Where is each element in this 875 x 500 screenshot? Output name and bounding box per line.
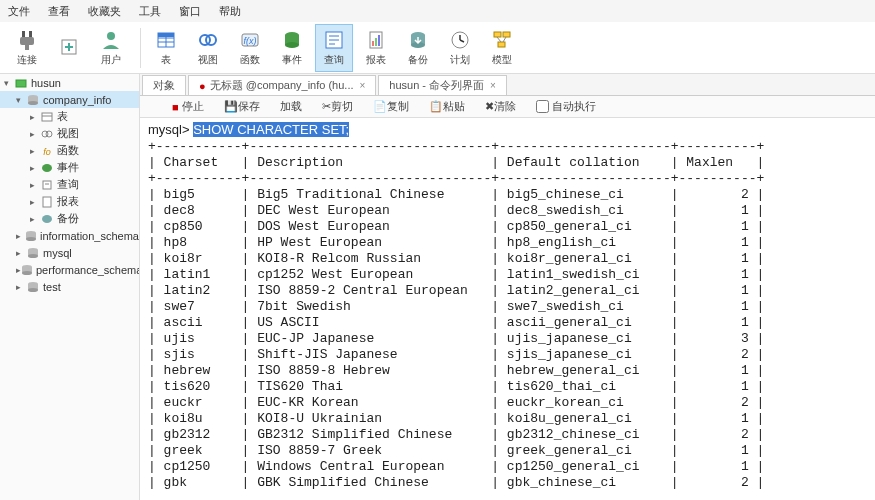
menu-窗口[interactable]: 窗口	[179, 4, 201, 19]
close-tab-icon[interactable]: ×	[490, 80, 496, 91]
sub-toolbar: ■停止 💾 保存 加载 ✂ 剪切 📄 复制 📋 粘贴 ✖ 清除 自动执行	[140, 96, 875, 118]
menu-工具[interactable]: 工具	[139, 4, 161, 19]
toolbar-model[interactable]: 模型	[483, 24, 521, 72]
svg-point-7	[107, 32, 115, 40]
svg-line-38	[503, 37, 506, 42]
tree-node-performance_schema[interactable]: ▸performance_schema	[0, 261, 139, 278]
query-icon	[323, 29, 345, 51]
tree-node-表[interactable]: ▸表	[0, 108, 139, 125]
tree-node-报表[interactable]: ▸报表	[0, 193, 139, 210]
model-icon	[491, 29, 513, 51]
expand-arrow[interactable]: ▸	[30, 129, 40, 139]
hamburger-icon[interactable]	[146, 100, 162, 114]
tree-node-事件[interactable]: ▸事件	[0, 159, 139, 176]
toolbar-plug[interactable]: 连接	[8, 24, 46, 72]
expand-arrow[interactable]: ▸	[30, 163, 40, 173]
schema-icon	[26, 93, 40, 107]
svg-rect-51	[43, 197, 51, 207]
tree-node-查询[interactable]: ▸查询	[0, 176, 139, 193]
close-tab-icon[interactable]: ×	[360, 80, 366, 91]
tree-node-视图[interactable]: ▸视图	[0, 125, 139, 142]
svg-line-37	[497, 37, 501, 42]
expand-arrow[interactable]: ▾	[4, 78, 14, 88]
tree-node-函数[interactable]: ▸fo函数	[0, 142, 139, 159]
svg-rect-39	[16, 80, 26, 87]
function-icon: f(x)	[239, 29, 261, 51]
svg-rect-1	[29, 31, 32, 37]
toolbar-query[interactable]: 查询	[315, 24, 353, 72]
save-button[interactable]: 💾 保存	[224, 99, 270, 114]
tab[interactable]: husun - 命令列界面×	[378, 75, 507, 95]
cut-button[interactable]: ✂ 剪切	[322, 99, 363, 114]
toolbar-view[interactable]: 视图	[189, 24, 227, 72]
schema-icon	[26, 280, 40, 294]
toolbar-user[interactable]: 用户	[92, 24, 130, 72]
expand-arrow[interactable]: ▸	[30, 180, 40, 190]
toolbar-function[interactable]: f(x)函数	[231, 24, 269, 72]
svg-point-42	[28, 101, 38, 105]
main-toolbar: 连接用户表视图f(x)函数事件查询报表备份计划模型	[0, 22, 875, 74]
menu-查看[interactable]: 查看	[48, 4, 70, 19]
tree-node-company_info[interactable]: ▾company_info	[0, 91, 139, 108]
svg-point-58	[28, 254, 38, 258]
expand-arrow[interactable]: ▸	[30, 214, 40, 224]
toolbar-backup[interactable]: 备份	[399, 24, 437, 72]
user-icon	[100, 29, 122, 51]
schema-icon	[25, 229, 37, 243]
event-icon	[281, 29, 303, 51]
expand-arrow[interactable]: ▸	[30, 197, 40, 207]
toolbar-schedule[interactable]: 计划	[441, 24, 479, 72]
tree-node-information_schema[interactable]: ▸information_schema	[0, 227, 139, 244]
evt-icon	[40, 161, 54, 175]
tree-node-test[interactable]: ▸test	[0, 278, 139, 295]
svg-rect-43	[42, 113, 52, 121]
svg-rect-35	[503, 32, 510, 37]
svg-point-55	[26, 237, 36, 241]
clear-button[interactable]: ✖ 清除	[485, 99, 526, 114]
tables-icon	[40, 110, 54, 124]
toolbar-report[interactable]: 报表	[357, 24, 395, 72]
svg-rect-49	[43, 181, 51, 189]
copy-button[interactable]: 📄 复制	[373, 99, 419, 114]
bak-icon	[40, 212, 54, 226]
svg-rect-26	[375, 38, 377, 46]
table-icon	[155, 29, 177, 51]
tree-node-备份[interactable]: ▸备份	[0, 210, 139, 227]
svg-rect-34	[494, 32, 501, 37]
expand-arrow[interactable]: ▸	[16, 282, 26, 292]
svg-rect-3	[25, 45, 29, 50]
plug-icon	[16, 29, 38, 51]
svg-rect-12	[158, 33, 174, 37]
tree-node-mysql[interactable]: ▸mysql	[0, 244, 139, 261]
expand-arrow[interactable]: ▾	[16, 95, 26, 105]
sidebar: ▾husun▾company_info▸表▸视图▸fo函数▸事件▸查询▸报表▸备…	[0, 74, 140, 500]
stop-button[interactable]: ■停止	[172, 99, 214, 114]
rpt-icon	[40, 195, 54, 209]
report-icon	[365, 29, 387, 51]
expand-arrow[interactable]: ▸	[16, 248, 26, 258]
toolbar-event[interactable]: 事件	[273, 24, 311, 72]
load-button[interactable]: 加载	[280, 99, 312, 114]
db-icon	[14, 76, 28, 90]
svg-rect-2	[20, 37, 34, 45]
svg-text:f(x): f(x)	[244, 36, 257, 46]
tab[interactable]: ●无标题 @company_info (hu...×	[188, 75, 376, 95]
tab[interactable]: 对象	[142, 75, 186, 95]
toolbar-new[interactable]	[50, 24, 88, 72]
menu-收藏夹[interactable]: 收藏夹	[88, 4, 121, 19]
svg-point-46	[46, 131, 52, 137]
menu-帮助[interactable]: 帮助	[219, 4, 241, 19]
terminal-output[interactable]: mysql> SHOW CHARACTER SET; +-----------+…	[140, 118, 875, 500]
view-icon	[197, 29, 219, 51]
tree-node-husun[interactable]: ▾husun	[0, 74, 139, 91]
menu-文件[interactable]: 文件	[8, 4, 30, 19]
paste-button[interactable]: 📋 粘贴	[429, 99, 475, 114]
expand-arrow[interactable]: ▸	[30, 112, 40, 122]
toolbar-table[interactable]: 表	[147, 24, 185, 72]
qry-icon	[40, 178, 54, 192]
expand-arrow[interactable]: ▸	[16, 231, 25, 241]
expand-arrow[interactable]: ▸	[30, 146, 40, 156]
svg-rect-25	[372, 41, 374, 46]
auto-run-checkbox[interactable]: 自动执行	[536, 99, 606, 114]
menu-bar: 文件查看收藏夹工具窗口帮助	[0, 0, 875, 22]
